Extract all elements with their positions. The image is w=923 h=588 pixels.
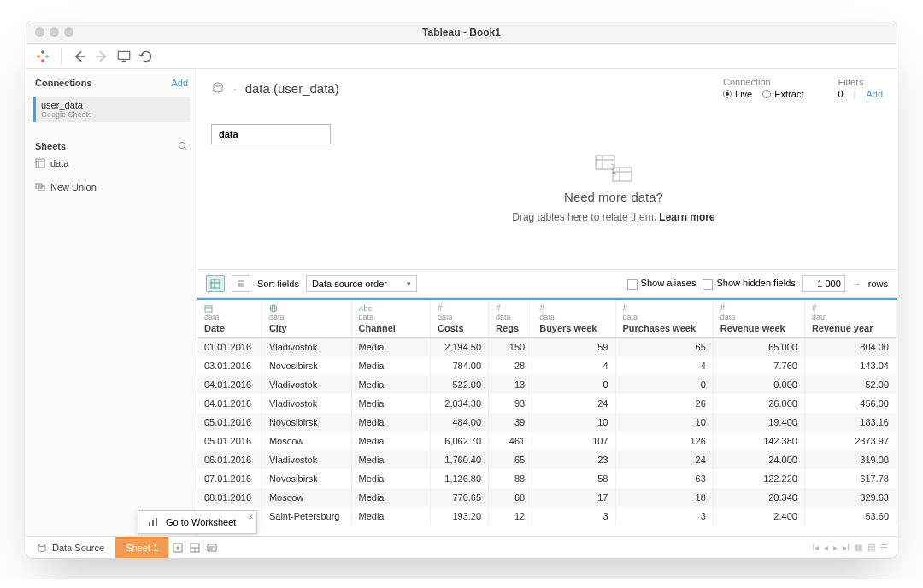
svg-rect-17 — [596, 156, 614, 169]
content-pane: · data (user_data) Connection Live Extra… — [197, 69, 897, 536]
tab-data-source[interactable]: Data Source — [26, 537, 115, 558]
add-connection-link[interactable]: Add — [171, 78, 188, 88]
table-row[interactable]: 04.01.2016VladivostokMedia522.0013000.00… — [197, 375, 897, 394]
relate-tables-icon — [594, 154, 633, 183]
svg-rect-8 — [118, 51, 130, 59]
drag-hint: Drag tables here to relate them. Learn m… — [512, 211, 714, 223]
go-to-worksheet-tooltip[interactable]: Go to Worksheet × — [138, 510, 257, 534]
window-title: Tableau - Book1 — [26, 26, 897, 38]
titlebar: Tableau - Book1 — [26, 21, 897, 44]
datasource-icon — [211, 81, 225, 95]
add-filter-link[interactable]: Add — [866, 89, 883, 99]
filters-count: 0 — [838, 89, 843, 99]
column-header[interactable]: #dataRegs — [489, 299, 532, 338]
sidebar: Connections Add user_data Google Sheets … — [26, 69, 197, 536]
svg-rect-36 — [156, 518, 157, 526]
list-view-icon: ☰ — [880, 543, 888, 552]
new-story-icon[interactable] — [203, 539, 220, 556]
table-row[interactable]: 06.01.2016VladivostokMedia1,760.40652324… — [197, 450, 897, 469]
svg-point-9 — [179, 143, 185, 149]
column-header[interactable]: dataDate — [197, 299, 262, 338]
forward-icon[interactable] — [94, 49, 109, 64]
refresh-icon[interactable] — [138, 49, 154, 64]
footer-nav[interactable]: I◂◂▸▸I ▦▤☰ — [812, 543, 888, 552]
datasource-name[interactable]: data (user_data) — [245, 81, 339, 96]
tableau-logo-icon — [35, 49, 50, 64]
table-row[interactable]: 01.01.2016VladivostokMedia2,194.50150596… — [197, 338, 897, 357]
svg-rect-35 — [152, 520, 154, 526]
toolbar — [26, 44, 897, 69]
column-header[interactable]: #dataRevenue week — [713, 299, 804, 338]
traffic-lights[interactable] — [35, 27, 73, 37]
column-header[interactable]: #dataRevenue year — [804, 299, 896, 338]
grid-view-icon: ▦ — [855, 543, 862, 552]
table-row[interactable]: 09.01.2016Saint-PetersburgMedia193.20123… — [197, 507, 897, 526]
show-aliases-checkbox[interactable]: Show aliases — [627, 278, 697, 289]
new-union-button[interactable]: New Union — [26, 179, 197, 196]
svg-rect-34 — [149, 522, 150, 526]
close-icon[interactable]: × — [249, 512, 254, 521]
column-header[interactable]: AbcdataChannel — [351, 299, 430, 338]
datasource-header: · data (user_data) Connection Live Extra… — [197, 69, 897, 107]
svg-rect-44 — [208, 544, 216, 551]
radio-extract[interactable]: Extract — [762, 89, 803, 99]
back-icon[interactable] — [72, 49, 87, 64]
table-row[interactable]: 05.01.2016MoscowMedia6,062.7046110712614… — [197, 432, 897, 450]
need-more-data-label: Need more data? — [564, 190, 663, 204]
svg-point-37 — [38, 544, 45, 546]
connection-item[interactable]: user_data Google Sheets — [33, 97, 190, 122]
tile-view-icon: ▤ — [867, 543, 875, 552]
view-grid-icon[interactable] — [206, 275, 225, 292]
table-row[interactable]: 07.01.2016NovosibirskMedia1,126.80885863… — [197, 469, 897, 488]
footer: Data Source Sheet 1 I◂◂▸▸I ▦▤☰ — [26, 536, 897, 558]
data-grid[interactable]: dataDatedataCityAbcdataChannel#dataCosts… — [197, 298, 897, 536]
connections-header: Connections Add — [26, 69, 197, 91]
show-hidden-checkbox[interactable]: Show hidden fields — [703, 278, 795, 289]
table-row[interactable]: 08.01.2016MoscowMedia770.6568171820.3403… — [197, 488, 897, 507]
tab-sheet1[interactable]: Sheet 1 — [115, 537, 169, 558]
sort-fields-select[interactable]: Data source order — [306, 275, 417, 292]
view-list-icon[interactable] — [232, 275, 250, 292]
sheet-icon — [35, 158, 45, 168]
svg-rect-11 — [36, 159, 44, 168]
column-header[interactable]: #dataCosts — [430, 299, 488, 338]
new-worksheet-icon[interactable] — [169, 539, 186, 556]
main-area: Connections Add user_data Google Sheets … — [26, 69, 897, 536]
radio-live[interactable]: Live — [723, 89, 752, 99]
relation-canvas[interactable]: data Need more data? Drag tables here to… — [197, 107, 897, 269]
rows-input[interactable] — [802, 275, 845, 292]
column-header[interactable]: dataCity — [262, 299, 351, 338]
union-icon — [35, 182, 45, 192]
presentation-mode-icon[interactable] — [116, 49, 132, 64]
table-row[interactable]: 05.01.2016NovosibirskMedia484.0039101019… — [197, 413, 897, 432]
table-row[interactable]: 03.01.2016NovosibirskMedia784.0028447.76… — [197, 356, 897, 375]
svg-line-10 — [185, 148, 187, 150]
search-icon[interactable] — [178, 141, 188, 151]
table-pill-data[interactable]: data — [211, 124, 331, 144]
svg-rect-23 — [211, 279, 220, 288]
rows-arrow-icon[interactable]: → — [852, 279, 861, 289]
svg-point-16 — [214, 83, 222, 86]
table-row[interactable]: 04.01.2016VladivostokMedia2,034.30932426… — [197, 394, 897, 413]
filters-meta: Filters 0 | Add — [838, 77, 883, 99]
connection-mode: Connection Live Extract — [723, 77, 803, 99]
app-window: Tableau - Book1 Connections Add user_dat… — [26, 21, 897, 559]
svg-rect-29 — [205, 306, 212, 312]
sort-label: Sort fields — [257, 279, 299, 289]
bar-chart-icon — [147, 516, 159, 528]
grid-toolbar: Sort fields Data source order Show alias… — [197, 269, 897, 298]
rows-label: rows — [868, 279, 888, 289]
column-header[interactable]: #dataPurchases week — [615, 299, 713, 338]
datasource-icon — [37, 543, 47, 553]
sheets-header: Sheets — [26, 132, 197, 155]
column-header[interactable]: #dataBuyers week — [532, 299, 615, 338]
new-dashboard-icon[interactable] — [186, 539, 203, 556]
sheet-item-data[interactable]: data — [26, 155, 197, 172]
learn-more-link[interactable]: Learn more — [659, 211, 714, 223]
